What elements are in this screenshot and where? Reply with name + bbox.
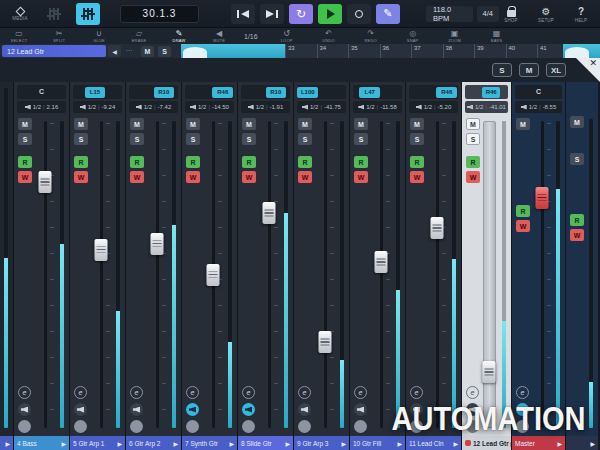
tool-mute-button[interactable]: ◀MUTE xyxy=(208,29,230,43)
channel-options-button[interactable] xyxy=(354,420,367,433)
pan-control[interactable]: R10 xyxy=(129,85,178,99)
fader[interactable] xyxy=(156,121,159,428)
time-display[interactable]: 30.1.3 xyxy=(120,5,199,23)
pan-control[interactable]: L47 xyxy=(353,85,402,99)
channel-edit-button[interactable]: e xyxy=(516,386,529,399)
close-icon[interactable]: ✕ xyxy=(589,58,597,68)
channel-strip[interactable]: ▶ xyxy=(0,82,14,450)
channel-edit-button[interactable]: e xyxy=(186,386,199,399)
shop-button[interactable]: SHOP xyxy=(499,2,523,26)
record-button[interactable] xyxy=(347,4,371,24)
mute-button[interactable]: M xyxy=(516,118,530,130)
skip-forward-button[interactable] xyxy=(260,4,284,24)
write-automation-button[interactable]: W xyxy=(410,171,424,183)
fader-handle[interactable] xyxy=(95,239,108,261)
audio-clip[interactable] xyxy=(563,44,600,58)
skip-back-button[interactable] xyxy=(231,4,255,24)
mute-button[interactable]: M xyxy=(354,118,368,130)
tool-select-button[interactable]: ▭SELECT xyxy=(8,29,30,43)
track-name-chip[interactable]: 12 Lead Gtr xyxy=(2,45,106,57)
output-routing[interactable]: 1/2|-5.20 xyxy=(409,101,458,113)
channel-edit-button[interactable]: e xyxy=(466,386,479,399)
output-routing[interactable]: 1/2|-1.91 xyxy=(241,101,290,113)
channel-edit-button[interactable]: e xyxy=(18,386,31,399)
fader-handle[interactable] xyxy=(151,233,164,255)
solo-button[interactable]: S xyxy=(354,133,368,145)
channel-strip[interactable]: L1001/2|-41.75MSRWe9 Gtr Arp 3▶ xyxy=(294,82,350,450)
write-automation-button[interactable]: W xyxy=(186,171,200,183)
mute-button[interactable]: M xyxy=(242,118,256,130)
channel-options-button[interactable] xyxy=(74,420,87,433)
output-routing[interactable]: 1/2|-11.58 xyxy=(353,101,402,113)
pan-control[interactable]: L100 xyxy=(297,85,346,99)
channel-name-bar[interactable]: 10 Gtr Fill▶ xyxy=(350,436,405,450)
channel-name-bar[interactable]: 8 Slide Gtr▶ xyxy=(238,436,293,450)
solo-button[interactable]: S xyxy=(74,133,88,145)
channel-edit-button[interactable]: e xyxy=(242,386,255,399)
read-automation-button[interactable]: R xyxy=(242,156,256,168)
tool-draw-button[interactable]: ✎DRAW xyxy=(168,29,190,43)
read-automation-button[interactable]: R xyxy=(466,156,480,168)
channel-options-button[interactable] xyxy=(130,420,143,433)
fader-handle[interactable] xyxy=(375,251,388,273)
pan-control[interactable]: C xyxy=(515,85,562,99)
write-automation-button[interactable]: W xyxy=(74,171,88,183)
channel-name-bar[interactable]: 12 Lead Gtr▶ xyxy=(462,436,511,450)
solo-button[interactable]: S xyxy=(298,133,312,145)
monitor-button[interactable] xyxy=(298,403,311,416)
write-automation-button[interactable]: W xyxy=(570,229,584,241)
channel-edit-button[interactable]: e xyxy=(130,386,143,399)
channel-name-bar[interactable]: ▶ xyxy=(566,436,598,450)
fader-handle[interactable] xyxy=(207,264,220,286)
pan-control[interactable]: C xyxy=(17,85,66,99)
track-solo-button[interactable]: S xyxy=(158,46,171,57)
write-automation-button[interactable]: W xyxy=(242,171,256,183)
channel-name-bar[interactable]: 11 Lead Cln▶ xyxy=(406,436,461,450)
tool-glue-button[interactable]: ∪GLUE xyxy=(88,29,110,43)
mute-button[interactable]: M xyxy=(186,118,200,130)
channel-strip[interactable]: R101/2|-7.42MSRWe6 Gtr Arp 2▶ xyxy=(126,82,182,450)
channel-options-button[interactable] xyxy=(298,420,311,433)
solo-button[interactable]: S xyxy=(186,133,200,145)
read-automation-button[interactable]: R xyxy=(410,156,424,168)
write-automation-button[interactable]: W xyxy=(466,171,480,183)
monitor-button[interactable] xyxy=(354,403,367,416)
tool-split-button[interactable]: ✂SPLIT xyxy=(48,29,70,43)
read-automation-button[interactable]: R xyxy=(570,214,584,226)
tool-erase-button[interactable]: ▱ERASE xyxy=(128,29,150,43)
quantize-value[interactable]: 1/16 xyxy=(244,33,258,40)
pan-control[interactable]: R46 xyxy=(185,85,234,99)
output-routing[interactable]: 1/2|2.16 xyxy=(17,101,66,113)
channel-strip[interactable]: R461/2|-5.20MSRWe11 Lead Cln▶ xyxy=(406,82,462,450)
channel-strip[interactable]: L471/2|-11.58MSRWe10 Gtr Fill▶ xyxy=(350,82,406,450)
media-button[interactable]: MEDIA xyxy=(8,2,32,26)
mixer-size-button-m[interactable]: M xyxy=(519,63,539,77)
collapse-track-list-button[interactable]: ◀ xyxy=(108,45,121,57)
tempo-display[interactable]: 118.0 BPM xyxy=(426,6,473,22)
channel-edit-button[interactable]: e xyxy=(74,386,87,399)
solo-button[interactable]: S xyxy=(242,133,256,145)
write-automation-button[interactable]: W xyxy=(130,171,144,183)
solo-button[interactable]: S xyxy=(18,133,32,145)
mixer-button[interactable] xyxy=(76,3,100,25)
output-routing[interactable]: 1/2|-41.75 xyxy=(297,101,346,113)
channel-strip[interactable]: R461/2|-14.50MSRWe7 Synth Gtr▶ xyxy=(182,82,238,450)
keys-button[interactable] xyxy=(42,2,66,26)
mixer-size-button-s[interactable]: S xyxy=(492,63,512,77)
monitor-button[interactable] xyxy=(130,403,143,416)
mute-button[interactable]: M xyxy=(74,118,88,130)
channel-name-bar[interactable]: 9 Gtr Arp 3▶ xyxy=(294,436,349,450)
mute-button[interactable]: M xyxy=(130,118,144,130)
mute-button[interactable]: M xyxy=(466,118,480,130)
channel-edit-button[interactable]: e xyxy=(410,386,423,399)
undo-button[interactable]: ↶UNDO xyxy=(318,29,340,43)
channel-strip[interactable]: C1/2|-8.55MRWeMaster▶ xyxy=(512,82,566,450)
fader[interactable] xyxy=(212,121,215,428)
read-automation-button[interactable]: R xyxy=(354,156,368,168)
read-automation-button[interactable]: R xyxy=(18,156,32,168)
read-automation-button[interactable]: R xyxy=(74,156,88,168)
read-automation-button[interactable]: R xyxy=(130,156,144,168)
fader-handle[interactable] xyxy=(483,361,496,383)
fader[interactable] xyxy=(541,121,544,428)
write-automation-button[interactable]: W xyxy=(298,171,312,183)
